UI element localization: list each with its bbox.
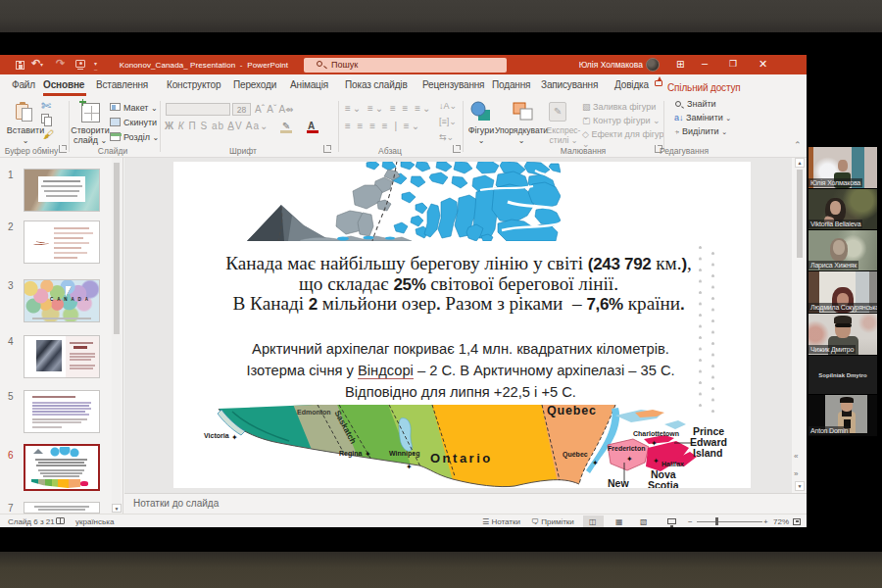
svg-text:Ontario: Ontario bbox=[430, 451, 493, 466]
svg-text:✦: ✦ bbox=[592, 459, 599, 467]
svg-text:Regina: Regina bbox=[339, 450, 362, 458]
svg-text:Scotia: Scotia bbox=[648, 479, 679, 488]
svg-text:Québec: Québec bbox=[563, 451, 588, 459]
svg-text:✦: ✦ bbox=[651, 439, 658, 448]
svg-text:✦: ✦ bbox=[406, 463, 413, 471]
svg-text:✦: ✦ bbox=[365, 450, 371, 459]
svg-text:✦: ✦ bbox=[653, 457, 660, 466]
svg-text:Charlottetown: Charlottetown bbox=[633, 430, 679, 437]
svg-text:Winnipeg: Winnipeg bbox=[389, 450, 419, 458]
svg-text:Fredericton: Fredericton bbox=[608, 445, 646, 452]
svg-text:✦: ✦ bbox=[231, 433, 238, 442]
svg-text:Quebec: Quebec bbox=[547, 404, 597, 417]
svg-text:Island: Island bbox=[693, 447, 722, 459]
svg-text:Halifax: Halifax bbox=[662, 461, 684, 467]
svg-text:New: New bbox=[608, 477, 629, 488]
svg-text:Victoria: Victoria bbox=[204, 432, 229, 439]
svg-text:Edmonton: Edmonton bbox=[297, 409, 331, 416]
svg-text:✦: ✦ bbox=[626, 455, 633, 464]
